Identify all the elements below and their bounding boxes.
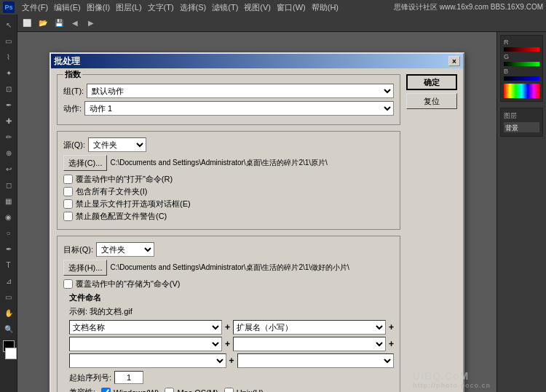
filename-col2-select-2[interactable] xyxy=(233,337,386,351)
filename-col1-select-2[interactable] xyxy=(69,337,222,351)
compat-unix: Unix(U) xyxy=(224,388,264,392)
menu-image[interactable]: 图像(I) xyxy=(87,2,110,13)
compat-unix-label: Unix(U) xyxy=(237,388,264,393)
history-tool[interactable]: ↩ xyxy=(1,161,16,176)
dest-type-select[interactable]: 文件夹 xyxy=(96,242,154,257)
filename-section: 文件命名 示例: 我的文档.gif 文档名称 + xyxy=(63,292,394,392)
source-legend: 源(Q): xyxy=(63,140,85,151)
dest-legend: 目标(Q): xyxy=(63,244,93,255)
source-cb3-checkbox[interactable] xyxy=(63,199,73,209)
text-tool[interactable]: T xyxy=(1,257,16,272)
source-cb2-checkbox[interactable] xyxy=(63,187,73,196)
source-type-select[interactable]: 文件夹 xyxy=(88,137,146,152)
plus-sign-2: + xyxy=(389,322,394,332)
group-select[interactable]: 默认动作 xyxy=(87,84,394,98)
action-select[interactable]: 动作 1 xyxy=(84,101,394,116)
source-cb1-row: 覆盖动作中的"打开"命令(R) xyxy=(63,174,394,185)
path-tool[interactable]: ⊿ xyxy=(1,273,16,288)
dialog-main: 指数 组(T): 默认动作 动作: xyxy=(57,74,400,392)
eyedropper-tool[interactable]: ✒ xyxy=(1,97,16,112)
source-cb2-row: 包含所有子文件夹(I) xyxy=(63,186,394,197)
brush-tool[interactable]: ✏ xyxy=(1,129,16,144)
source-cb2-label: 包含所有子文件夹(I) xyxy=(76,186,147,197)
arrow-right-icon[interactable]: ▶ xyxy=(84,17,98,30)
batch-dialog: 批处理 × 指数 组(T): xyxy=(50,52,464,392)
dest-path-row: 选择(H)... C:\Documents and Settings\Admin… xyxy=(63,260,394,276)
source-cb1-checkbox[interactable] xyxy=(63,175,73,184)
action-label: 动作: xyxy=(63,103,82,114)
source-path-row: 选择(C)... C:\Documents and Settings\Admin… xyxy=(63,155,394,171)
canvas-area: 批处理 × 指数 组(T): xyxy=(17,32,496,392)
eraser-tool[interactable]: ◻ xyxy=(1,177,16,192)
open-icon[interactable]: 📂 xyxy=(36,17,50,30)
dodge-tool[interactable]: ○ xyxy=(1,225,16,240)
dest-cb1-label: 覆盖动作中的"存储为"命令(V) xyxy=(76,279,180,289)
top-menu-bar: Ps 文件(F) 编辑(E) 图像(I) 图层(L) 文字(T) 选择(S) 滤… xyxy=(0,0,546,15)
source-section: 源(Q): 文件夹 选择(C)... C:\Documents and Sett… xyxy=(57,131,400,230)
menu-items: 文件(F) 编辑(E) 图像(I) 图层(L) 文字(T) 选择(S) 滤镜(T… xyxy=(22,2,339,13)
menu-text[interactable]: 文字(T) xyxy=(148,2,174,13)
dialog-close-button[interactable]: × xyxy=(448,56,460,66)
arrow-left-icon[interactable]: ◀ xyxy=(68,17,82,30)
source-cb3-label: 禁止显示文件打开选项对话框(E) xyxy=(76,199,191,209)
serial-input[interactable] xyxy=(114,371,143,384)
select-tool[interactable]: ▭ xyxy=(1,33,16,48)
source-cb4-row: 禁止颜色配置文件警告(C) xyxy=(63,211,394,222)
filename-col1-select-3[interactable] xyxy=(69,353,226,368)
filename-col2-select-3[interactable] xyxy=(237,353,395,368)
menu-filter[interactable]: 滤镜(T) xyxy=(212,2,238,13)
compat-unix-checkbox[interactable] xyxy=(224,388,234,392)
menu-edit[interactable]: 编辑(E) xyxy=(54,2,81,13)
shape-tool[interactable]: ▭ xyxy=(1,289,16,304)
source-cb4-checkbox[interactable] xyxy=(63,212,73,221)
watermark: UiBQ.CoM http://photo.poco.cn xyxy=(413,370,491,389)
menu-layer[interactable]: 图层(L) xyxy=(116,2,141,13)
background-color[interactable] xyxy=(5,348,17,359)
filename-row-3: + xyxy=(69,353,394,368)
menu-select[interactable]: 选择(S) xyxy=(180,2,207,13)
heal-tool[interactable]: ✚ xyxy=(1,113,16,128)
compat-macos-checkbox[interactable] xyxy=(165,388,174,392)
filename-row-2: + + xyxy=(69,337,394,351)
menu-view[interactable]: 视图(V) xyxy=(244,2,271,13)
group-row: 组(T): 默认动作 xyxy=(63,84,394,98)
source-choose-button[interactable]: 选择(C)... xyxy=(63,155,107,171)
move-tool[interactable]: ↖ xyxy=(1,17,16,32)
compat-macos: Mac OS(M) xyxy=(165,388,218,392)
commands-legend: 指数 xyxy=(63,69,82,80)
plus-sign-3: + xyxy=(225,339,230,349)
dest-choose-button[interactable]: 选择(H)... xyxy=(63,260,107,276)
pen-tool[interactable]: ✒ xyxy=(1,241,16,256)
menu-help[interactable]: 帮助(H) xyxy=(312,2,339,13)
dialog-titlebar: 批处理 × xyxy=(51,54,463,68)
filename-col1-select-1[interactable]: 文档名称 xyxy=(69,320,222,335)
menu-window[interactable]: 窗口(W) xyxy=(277,2,306,13)
watermark-url: http://photo.poco.cn xyxy=(413,382,491,389)
filename-section-label: 文件命名 xyxy=(69,292,394,303)
dialog-overlay: 批处理 × 指数 组(T): xyxy=(17,32,496,392)
reset-button[interactable]: 复位 xyxy=(406,93,457,109)
source-type-row: 源(Q): 文件夹 xyxy=(63,137,394,152)
dialog-title: 批处理 xyxy=(54,55,80,68)
lasso-tool[interactable]: ⌇ xyxy=(1,49,16,64)
hand-tool[interactable]: ✋ xyxy=(1,305,16,320)
serial-label: 起始序列号: xyxy=(69,372,111,383)
ok-button[interactable]: 确定 xyxy=(406,74,457,90)
group-label: 组(T): xyxy=(63,86,84,97)
filename-col2-select-1[interactable]: 扩展名（小写） xyxy=(233,320,386,335)
new-doc-icon[interactable]: ⬜ xyxy=(20,17,33,30)
compat-windows-checkbox[interactable] xyxy=(101,388,111,392)
blur-tool[interactable]: ◉ xyxy=(1,209,16,224)
destination-section: 目标(Q): 文件夹 选择(H)... C:\Documents and Set… xyxy=(57,236,400,392)
menu-file[interactable]: 文件(F) xyxy=(22,2,48,13)
gradient-tool[interactable]: ▦ xyxy=(1,193,16,208)
crop-tool[interactable]: ⊡ xyxy=(1,81,16,96)
source-path: C:\Documents and Settings\Administrator\… xyxy=(110,158,394,168)
zoom-tool[interactable]: 🔍 xyxy=(1,321,16,336)
source-cb4-label: 禁止颜色配置文件警告(C) xyxy=(76,211,167,222)
clone-tool[interactable]: ⊕ xyxy=(1,145,16,160)
magic-wand-tool[interactable]: ✦ xyxy=(1,65,16,80)
dest-cb1-checkbox[interactable] xyxy=(63,279,73,289)
secondary-toolbar: ⬜ 📂 💾 ◀ ▶ xyxy=(17,15,546,32)
save-icon[interactable]: 💾 xyxy=(52,17,66,30)
